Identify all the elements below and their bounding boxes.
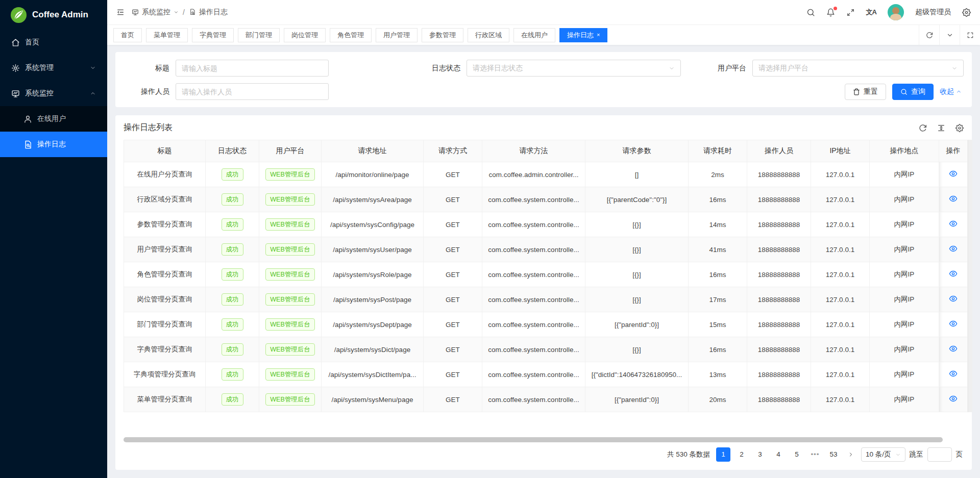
- page-number-1[interactable]: 1: [716, 447, 730, 462]
- view-detail-eye-icon[interactable]: [949, 319, 958, 328]
- sidebar-item-system-monitor[interactable]: 系统监控: [0, 81, 107, 106]
- view-detail-eye-icon[interactable]: [949, 394, 958, 403]
- cell-actions: [939, 187, 968, 212]
- cell-time: 20ms: [689, 387, 747, 412]
- view-detail-eye-icon[interactable]: [949, 344, 958, 353]
- platform-tag: WEB管理后台: [265, 368, 314, 381]
- cell-operator: 18888888888: [747, 387, 811, 412]
- refresh-icon[interactable]: [919, 25, 939, 45]
- chevron-up-icon: [90, 90, 96, 96]
- header-actions: 文A 超级管理员: [806, 4, 971, 20]
- column-header: 操作人员: [747, 140, 811, 162]
- cell-time: 16ms: [689, 337, 747, 362]
- cell-method: GET: [424, 287, 482, 312]
- page-content: 标题 日志状态 请选择日志状态 用户平台 请选择用户平台: [107, 45, 980, 478]
- sidebar-item-label: 系统管理: [25, 63, 54, 72]
- view-detail-eye-icon[interactable]: [949, 244, 958, 253]
- search-icon[interactable]: [806, 8, 815, 17]
- horizontal-scrollbar[interactable]: [124, 437, 964, 443]
- cell-params: []: [585, 162, 689, 187]
- translate-icon[interactable]: 文A: [866, 8, 876, 17]
- page-number-5[interactable]: 5: [790, 447, 804, 462]
- settings-gear-icon[interactable]: [962, 8, 971, 17]
- menu-fold-icon[interactable]: [116, 8, 125, 16]
- tab-close-icon[interactable]: ×: [597, 32, 600, 38]
- cell-operator: 18888888888: [747, 262, 811, 287]
- sidebar-item-label: 系统监控: [25, 89, 54, 98]
- reset-button[interactable]: 重置: [845, 84, 886, 100]
- fullscreen-icon[interactable]: [846, 8, 855, 17]
- tab-字典管理[interactable]: 字典管理: [192, 28, 234, 42]
- tab-label: 在线用户: [521, 31, 548, 40]
- brand-area[interactable]: Coffee Admin: [0, 0, 107, 30]
- cell-time: 17ms: [689, 287, 747, 312]
- tab-角色管理[interactable]: 角色管理: [330, 28, 372, 42]
- vertical-scrollbar[interactable]: [968, 140, 972, 412]
- chevron-down-icon[interactable]: [939, 25, 960, 45]
- cell-operator: 18888888888: [747, 312, 811, 337]
- tab-岗位管理[interactable]: 岗位管理: [284, 28, 326, 42]
- title-input[interactable]: [182, 64, 323, 72]
- chevron-up-icon: [956, 89, 962, 94]
- page-number-53[interactable]: 53: [826, 447, 841, 462]
- tab-用户管理[interactable]: 用户管理: [376, 28, 418, 42]
- tab-部门管理[interactable]: 部门管理: [238, 28, 280, 42]
- sidebar-item-operation-log[interactable]: 操作日志: [0, 132, 107, 157]
- page-list: 12345•••53: [716, 447, 841, 462]
- column-header: 请求方式: [424, 140, 482, 162]
- cell-url: /api/system/sysDictItem/pa...: [322, 362, 424, 387]
- horizontal-scrollbar-thumb[interactable]: [124, 437, 943, 442]
- column-header: 标题: [124, 140, 206, 162]
- cell-title: 用户管理分页查询: [124, 237, 206, 262]
- jump-suffix-label: 页: [956, 450, 963, 459]
- view-detail-eye-icon[interactable]: [949, 294, 958, 303]
- view-detail-eye-icon[interactable]: [949, 169, 958, 178]
- tab-在线用户[interactable]: 在线用户: [513, 28, 555, 42]
- page-number-4[interactable]: 4: [771, 447, 786, 462]
- cell-func: com.coffee.system.controlle...: [482, 212, 585, 237]
- cell-location: 内网IP: [870, 212, 939, 237]
- sidebar-item-home[interactable]: 首页: [0, 30, 107, 55]
- page-number-2[interactable]: 2: [734, 447, 749, 462]
- tab-参数管理[interactable]: 参数管理: [422, 28, 463, 42]
- log-status-select[interactable]: 请选择日志状态: [467, 60, 681, 77]
- maximize-icon[interactable]: [960, 25, 980, 45]
- column-settings-gear-icon[interactable]: [955, 124, 964, 132]
- view-detail-eye-icon[interactable]: [949, 219, 958, 228]
- page-number-3[interactable]: 3: [753, 447, 767, 462]
- table-row: 字典管理分页查询成功WEB管理后台/api/system/sysDict/pag…: [124, 337, 968, 362]
- row-density-icon[interactable]: [937, 124, 945, 132]
- tab-行政区域[interactable]: 行政区域: [468, 28, 509, 42]
- view-detail-eye-icon[interactable]: [949, 269, 958, 278]
- username-label[interactable]: 超级管理员: [915, 8, 951, 17]
- view-detail-eye-icon[interactable]: [949, 194, 958, 203]
- platform-tag: WEB管理后台: [265, 293, 314, 306]
- breadcrumb-parent[interactable]: 系统监控: [132, 8, 179, 17]
- cell-params: [{}]: [585, 262, 689, 287]
- tab-label: 操作日志: [567, 31, 594, 40]
- cell-url: /api/system/sysConfig/page: [322, 212, 424, 237]
- collapse-toggle[interactable]: 收起: [940, 87, 962, 96]
- tab-菜单管理[interactable]: 菜单管理: [146, 28, 188, 42]
- sidebar-item-online-user[interactable]: 在线用户: [0, 106, 107, 132]
- jump-page-input[interactable]: [927, 447, 952, 462]
- cell-params: [{"parentId":0}]: [585, 387, 689, 412]
- tab-首页[interactable]: 首页: [113, 28, 142, 42]
- pagination: 共 530 条数据 12345•••53 10 条/页 跳至 页: [124, 444, 964, 466]
- page-size-select[interactable]: 10 条/页: [861, 447, 905, 462]
- operator-input[interactable]: [182, 88, 323, 96]
- cell-params: [{}]: [585, 337, 689, 362]
- user-avatar[interactable]: [888, 4, 904, 20]
- refresh-icon[interactable]: [919, 124, 927, 132]
- log-table-card: 操作日志列表 标题日志状态用户平台请求地址请求方式请求方法请求参数请求耗时操作人…: [115, 115, 972, 470]
- notification-bell-icon[interactable]: [826, 8, 835, 17]
- tab-操作日志[interactable]: 操作日志×: [559, 28, 607, 42]
- sidebar-item-system-management[interactable]: 系统管理: [0, 55, 107, 81]
- cell-params: [{"parentCode":"0"}]: [585, 187, 689, 212]
- log-status-label: 日志状态: [414, 64, 467, 73]
- user-platform-select[interactable]: 请选择用户平台: [752, 60, 964, 77]
- view-detail-eye-icon[interactable]: [949, 369, 958, 378]
- next-page-icon[interactable]: [845, 447, 857, 462]
- tab-label: 首页: [121, 31, 134, 40]
- search-button[interactable]: 查询: [892, 84, 934, 100]
